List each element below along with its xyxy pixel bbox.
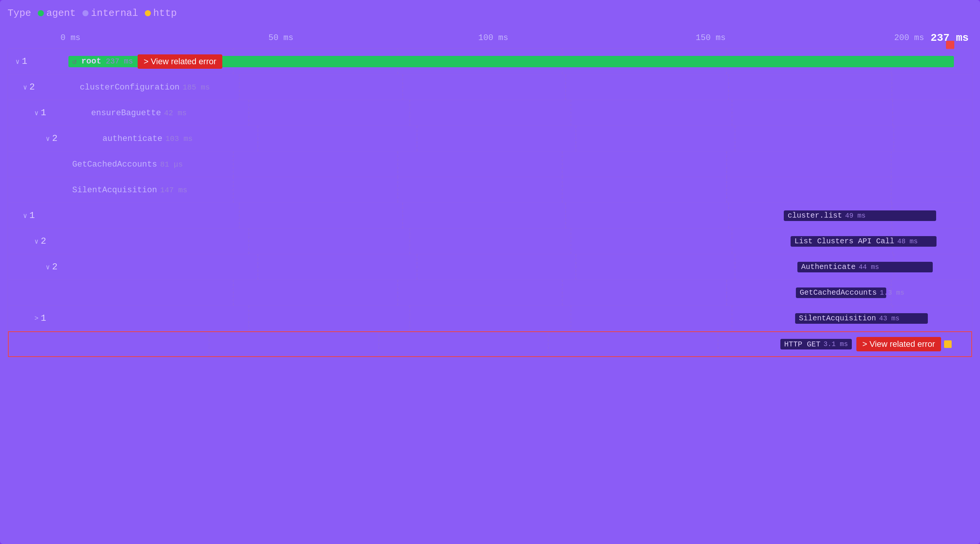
dashed-cl-1 <box>239 203 240 228</box>
count-ensurebaguette: 1 <box>41 108 50 118</box>
dashed-sab-1 <box>248 306 249 331</box>
row-httpget: HTTP GET 3.1 ms > View related error <box>8 331 972 357</box>
dashed-gcb-1 <box>233 280 234 305</box>
getcached-bot-bar-name: GetCachedAccounts <box>800 288 877 297</box>
dashed-eb-3 <box>571 100 571 125</box>
dashed-auth-5 <box>893 126 894 151</box>
span-bar-getcached-bot: GetCachedAccounts 1.3 ms <box>796 287 886 298</box>
row-getcached-top: GetCachedAccounts 81 μs <box>8 151 972 177</box>
chevron-clusterlist: ∨ <box>23 211 27 220</box>
dashed-sat-5 <box>891 177 891 203</box>
track-silentacq-top: SilentAcquisition 147 ms <box>68 177 972 203</box>
getcached-top-label: GetCachedAccounts 81 μs <box>72 159 183 169</box>
dashed-sab-4 <box>732 306 732 331</box>
chevron-authenticate: ∨ <box>46 135 50 143</box>
http-dot <box>145 10 151 16</box>
dashed-gcb-4 <box>726 280 727 305</box>
silentacq-top-dur: 147 ms <box>160 186 187 194</box>
type-legend: Type agent internal http <box>8 8 972 19</box>
dashed-eb-4 <box>732 100 732 125</box>
legend-internal: internal <box>83 8 138 19</box>
dashed-a2-1 <box>258 254 258 279</box>
clusterconfig-name: clusterConfiguration <box>80 82 180 92</box>
span-bar-authenticate2: Authenticate 44 ms <box>797 262 933 272</box>
dashed-gct-3 <box>562 151 563 177</box>
track-silentacq-bot: SilentAcquisition 43 ms <box>88 306 972 331</box>
clusterlist-bar-name: cluster.list <box>788 211 842 220</box>
count-clusterconfig: 2 <box>30 82 38 92</box>
dashed-auth-1 <box>258 126 258 151</box>
dashed-auth-2 <box>417 126 417 151</box>
dashed-gcb-2 <box>398 280 398 305</box>
legend-http: http <box>145 8 177 19</box>
internal-dot <box>83 10 89 16</box>
chevron-authenticate2: ∨ <box>46 263 50 271</box>
view-error-btn-root[interactable]: > View related error <box>138 54 222 69</box>
legend-agent: agent <box>38 8 76 19</box>
row-left-authenticate: ∨ 2 <box>46 133 99 144</box>
dashed-gct-5 <box>891 151 891 177</box>
count-listclusters: 2 <box>41 236 50 246</box>
silentacq-bot-bar-name: SilentAcquisition <box>799 314 876 323</box>
httpget-bar-name: HTTP GET <box>784 340 821 349</box>
time-marker-red <box>946 41 954 49</box>
dashed-gct-4 <box>726 151 727 177</box>
row-clusterconfig: ∨ 2 clusterConfiguration 185 ms <box>8 75 972 100</box>
track-getcached-bot: GetCachedAccounts 1.3 ms <box>68 280 972 305</box>
root-label-area: ↺ root 237 ms > View related error <box>72 54 222 69</box>
count-clusterlist: 1 <box>30 211 38 220</box>
agent-label: agent <box>46 8 76 19</box>
authenticate-dur: 103 ms <box>165 134 192 143</box>
row-left-ensurebaguette: ∨ 1 <box>34 108 88 118</box>
time-0ms: 0 ms <box>60 33 81 43</box>
time-50ms: 50 ms <box>269 33 293 43</box>
dashed-sab-2 <box>409 306 410 331</box>
http-label: http <box>153 8 177 19</box>
dashed-hg-1 <box>209 332 210 356</box>
count-authenticate: 2 <box>52 133 61 144</box>
count-silentacq-bot: 1 <box>41 313 50 324</box>
getcached-top-dur: 81 μs <box>160 160 183 168</box>
dashed-hg-2 <box>379 332 379 356</box>
root-dur: 237 ms <box>106 57 133 66</box>
row-ensurebaguette: ∨ 1 ensureBaguette 42 ms <box>8 100 972 126</box>
dashed-sat-3 <box>562 177 563 203</box>
row-left-authenticate2: ∨ 2 <box>46 262 99 272</box>
time-200ms: 200 ms <box>894 33 924 43</box>
dashed-eb-1 <box>248 100 249 125</box>
chevron-clusterconfig: ∨ <box>23 83 27 91</box>
row-silentacq-top: SilentAcquisition 147 ms <box>8 177 972 203</box>
dashed-lc-2 <box>409 228 410 254</box>
clusterconfig-label: clusterConfiguration 185 ms <box>80 82 210 92</box>
track-listclusters: List Clusters API Call 48 ms <box>88 228 972 254</box>
httpget-bar-dur: 3.1 ms <box>824 340 848 348</box>
count-root: 1 <box>22 56 31 67</box>
httpget-bar-area: HTTP GET 3.1 ms > View related error <box>780 337 941 351</box>
dashed-eb-5 <box>892 100 893 125</box>
type-label: Type <box>8 8 31 19</box>
silentacq-top-name: SilentAcquisition <box>72 185 157 195</box>
dashed-cc-2 <box>402 75 403 100</box>
dashed-auth-3 <box>576 126 576 151</box>
dashed-hg-4 <box>718 332 718 356</box>
dashed-sat-2 <box>398 177 398 203</box>
time-100ms: 100 ms <box>478 33 508 43</box>
authenticate-label: authenticate 103 ms <box>102 134 192 143</box>
clusterlist-bar-dur: 49 ms <box>845 212 865 219</box>
ensurebaguette-label: ensureBaguette 42 ms <box>91 108 187 117</box>
dashed-lc-4 <box>732 228 732 254</box>
row-getcached-bot: GetCachedAccounts 1.3 ms <box>8 280 972 306</box>
silentacq-top-label: SilentAcquisition 147 ms <box>72 185 187 195</box>
authenticate-name: authenticate <box>102 134 162 143</box>
dashed-cc-1 <box>239 75 240 100</box>
dashed-cc-5 <box>891 75 892 100</box>
track-clusterconfig: clusterConfiguration 185 ms <box>76 75 972 100</box>
dashed-a2-2 <box>417 254 417 279</box>
yellow-marker <box>944 340 951 348</box>
refresh-icon: ↺ <box>72 57 77 66</box>
chevron-listclusters: ∨ <box>34 237 38 246</box>
clusterconfig-dur: 185 ms <box>183 83 210 91</box>
chevron-silentacq-bot: > <box>34 315 38 322</box>
dashed-lc-3 <box>571 228 571 254</box>
view-error-btn-httpget[interactable]: > View related error <box>856 337 941 351</box>
